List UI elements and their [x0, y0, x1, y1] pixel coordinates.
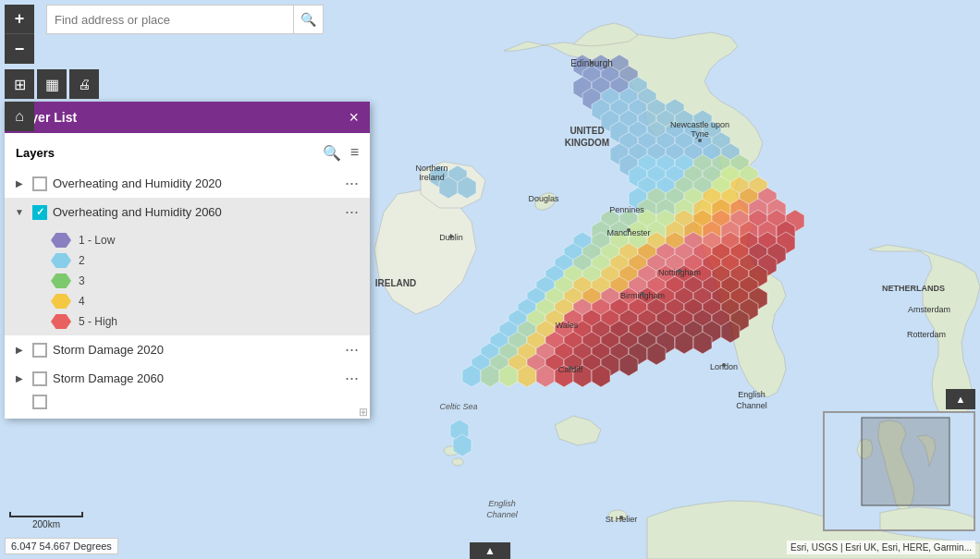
legend-label-5: 5 - High — [79, 315, 117, 328]
collapse-panel-button[interactable]: ▲ — [470, 542, 510, 559]
layer-search-icon[interactable]: 🔍 — [323, 144, 341, 162]
search-button[interactable]: 🔍 — [294, 5, 324, 34]
scale-label: 200km — [9, 519, 83, 529]
layers-section-header: Layers 🔍 ≡ — [5, 140, 370, 169]
coords-value: 6.047 54.667 Degrees — [11, 541, 112, 552]
svg-point-299 — [619, 516, 623, 519]
legend-swatch-1 — [51, 233, 71, 248]
layer-row-3[interactable]: ▶ Storm Damage 2020 ··· — [5, 335, 370, 364]
legend-item: 1 - Low — [51, 230, 370, 250]
svg-point-293 — [449, 235, 453, 238]
svg-point-294 — [627, 228, 631, 232]
legend-swatch-4 — [51, 294, 71, 309]
legend-container: 1 - Low 2 3 4 5 - High — [5, 226, 370, 335]
home-button[interactable]: ⌂ — [5, 102, 34, 131]
legend-label-2: 2 — [79, 254, 85, 267]
svg-text:NETHERLANDS: NETHERLANDS — [882, 284, 945, 293]
legend-label-1: 1 - Low — [79, 234, 115, 247]
svg-text:IRELAND: IRELAND — [375, 278, 416, 288]
svg-point-292 — [698, 139, 702, 142]
svg-text:Rotterdam: Rotterdam — [907, 330, 946, 339]
layers-button[interactable]: ⊞ — [5, 69, 34, 99]
attribution-text: Esri, USGS | Esri UK, Esri, HERE, Garmin… — [790, 542, 972, 553]
svg-text:Ireland: Ireland — [419, 173, 445, 182]
zoom-controls: + − — [5, 5, 99, 64]
svg-rect-301 — [862, 418, 949, 505]
zoom-in-button[interactable]: + — [5, 5, 34, 34]
layers-icon: ⊞ — [14, 76, 26, 93]
layer-label-4: Storm Damage 2060 — [53, 371, 341, 385]
layer-list-close-button[interactable]: × — [349, 109, 359, 126]
svg-point-298 — [722, 363, 726, 367]
layer-more-icon[interactable]: ··· — [341, 174, 362, 193]
layer-checkbox-3[interactable] — [32, 343, 47, 358]
coords-bar: 6.047 54.667 Degrees — [5, 538, 118, 554]
svg-text:English: English — [738, 390, 766, 399]
legend-item-4: 4 — [51, 291, 370, 311]
print-icon: 🖨 — [78, 77, 91, 91]
svg-text:Channel: Channel — [736, 401, 767, 410]
svg-text:Douglas: Douglas — [528, 194, 559, 203]
svg-text:Celtic Sea: Celtic Sea — [439, 402, 477, 411]
minus-icon: − — [15, 40, 25, 59]
layer-expand-icon: ▶ — [12, 178, 27, 188]
svg-point-296 — [641, 292, 644, 296]
basemap-button[interactable]: ▦ — [37, 69, 67, 99]
panel-resize-handle[interactable]: ⊞ — [357, 406, 370, 419]
svg-text:Newcastle upon: Newcastle upon — [670, 120, 729, 129]
expand-icon: ▲ — [956, 394, 966, 405]
plus-icon: + — [15, 9, 25, 29]
mini-map-expand-button[interactable]: ▲ — [946, 389, 975, 409]
svg-point-295 — [678, 269, 681, 273]
print-button[interactable]: 🖨 — [69, 69, 99, 99]
layer-expand-active-icon: ▼ — [12, 207, 27, 217]
home-icon: ⌂ — [15, 108, 24, 125]
svg-text:English: English — [488, 499, 516, 508]
layer-label: Overheating and Humidity 2020 — [53, 176, 341, 190]
layer-tools: 🔍 ≡ — [323, 144, 359, 162]
svg-text:KINGDOM: KINGDOM — [565, 138, 609, 148]
legend-label-3: 3 — [79, 274, 85, 287]
svg-text:UNITED: UNITED — [570, 126, 604, 136]
chevron-up-icon: ▲ — [484, 544, 496, 557]
legend-swatch-2 — [51, 253, 71, 268]
layer-more-4-icon[interactable]: ··· — [341, 369, 362, 388]
layer-checkbox[interactable] — [32, 176, 47, 191]
svg-text:Channel: Channel — [486, 510, 519, 519]
map-tool-buttons: ⊞ ▦ 🖨 — [5, 69, 99, 99]
svg-point-297 — [569, 366, 572, 370]
zoom-out-button[interactable]: − — [5, 34, 34, 64]
layer-more-3-icon[interactable]: ··· — [341, 340, 362, 359]
layer-row-active[interactable]: ▼ ✓ Overheating and Humidity 2060 ··· — [5, 198, 370, 226]
layer-filter-icon[interactable]: ≡ — [350, 144, 359, 162]
layer-list-body: Layers 🔍 ≡ ▶ Overheating and Humidity 20… — [5, 133, 370, 419]
mini-map — [823, 411, 975, 531]
layer-expand-4-icon: ▶ — [12, 373, 27, 383]
svg-point-3 — [452, 458, 463, 466]
layer-checkbox-4[interactable] — [32, 371, 47, 386]
layer-more-active-icon[interactable]: ··· — [341, 202, 362, 222]
layer-row-4[interactable]: ▶ Storm Damage 2060 ··· — [5, 364, 370, 393]
layer-label-3: Storm Damage 2020 — [53, 343, 341, 357]
layer-row-partial[interactable] — [5, 393, 370, 411]
legend-swatch-5 — [51, 314, 71, 329]
svg-text:Amsterdam: Amsterdam — [908, 305, 950, 314]
layers-section-title: Layers — [16, 146, 55, 160]
legend-swatch-3 — [51, 273, 71, 288]
layer-expand-3-icon: ▶ — [12, 345, 27, 355]
legend-item-5: 5 - High — [51, 311, 370, 332]
legend-item-3: 3 — [51, 271, 370, 291]
attribution-bar: Esri, USGS | Esri UK, Esri, HERE, Garmin… — [787, 541, 975, 554]
svg-text:Tyne: Tyne — [691, 129, 709, 139]
scale-bar-line — [9, 512, 83, 517]
svg-text:Pennines: Pennines — [609, 205, 644, 214]
svg-text:Northern: Northern — [415, 164, 447, 173]
scale-bar: 200km — [9, 512, 83, 529]
layer-list-panel: Layer List × Layers 🔍 ≡ ▶ Overheating an… — [5, 102, 370, 419]
layer-row[interactable]: ▶ Overheating and Humidity 2020 ··· — [5, 169, 370, 198]
legend-label-4: 4 — [79, 295, 85, 308]
search-icon: 🔍 — [300, 12, 316, 27]
layer-checkbox-checked[interactable]: ✓ — [32, 205, 47, 220]
legend-item-2: 2 — [51, 250, 370, 271]
basemap-icon: ▦ — [45, 76, 59, 93]
